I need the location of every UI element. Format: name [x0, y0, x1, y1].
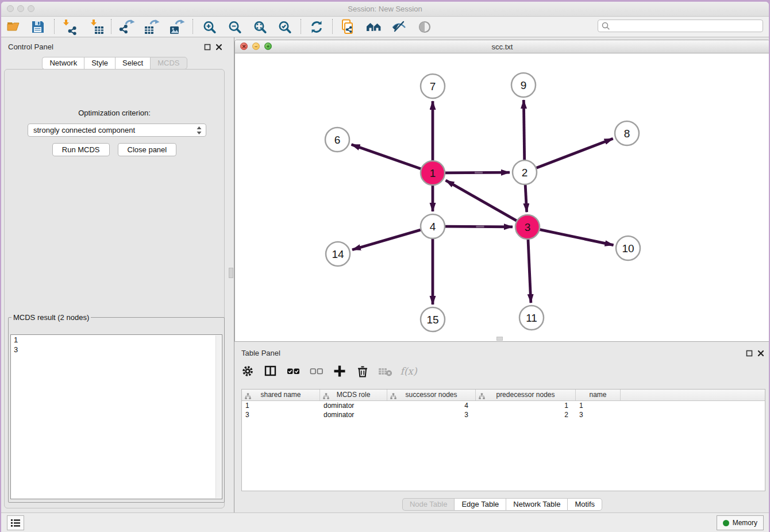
close-panel-button[interactable]: Close panel — [118, 143, 177, 156]
result-scrollbar[interactable] — [215, 336, 221, 498]
edge-2-8[interactable] — [537, 138, 613, 168]
table-cell[interactable]: 3 — [242, 410, 320, 419]
column-header-predecessor-nodes[interactable]: predecessor nodes — [476, 390, 576, 400]
zoom-fit-icon[interactable] — [250, 18, 270, 36]
table-cell[interactable]: dominator — [320, 401, 387, 410]
task-history-button[interactable] — [7, 515, 24, 530]
zoom-selected-icon[interactable] — [275, 18, 294, 36]
home-networks-icon[interactable] — [364, 18, 384, 36]
zoom-out-icon[interactable] — [225, 18, 244, 36]
table-cell[interactable]: 1 — [242, 401, 320, 410]
toolbar-separator — [111, 19, 111, 34]
zoom-in-icon[interactable] — [199, 18, 219, 36]
toolbar-separator — [301, 19, 301, 34]
search-input[interactable] — [598, 20, 763, 32]
graph-node-14[interactable]: 14 — [326, 242, 350, 266]
import-table-icon[interactable] — [87, 18, 106, 36]
memory-status-icon — [723, 520, 729, 526]
sort-tree-icon — [479, 392, 485, 402]
graph-node-4[interactable]: 4 — [421, 214, 445, 238]
import-network-icon[interactable] — [59, 18, 79, 36]
table-cell[interactable]: 1 — [576, 401, 621, 410]
edge-1-6[interactable] — [352, 145, 421, 169]
add-row-icon[interactable] — [332, 364, 347, 379]
optimization-select[interactable]: strongly connected component — [28, 124, 206, 137]
column-header-name[interactable]: name — [576, 390, 621, 400]
window-title: Session: New Session — [1, 5, 769, 13]
table-cell[interactable]: 4 — [387, 401, 476, 410]
function-builder-icon[interactable]: f(x) — [401, 364, 416, 379]
show-columns-icon[interactable] — [263, 364, 278, 379]
table-cell[interactable]: 2 — [476, 410, 576, 419]
graph-node-8[interactable]: 8 — [615, 121, 639, 145]
run-mcds-button[interactable]: Run MCDS — [52, 143, 110, 156]
edge-3-1[interactable] — [446, 180, 517, 221]
hide-graphics-icon[interactable] — [415, 18, 434, 36]
table-cell[interactable]: 3 — [576, 410, 621, 419]
export-network-icon[interactable] — [117, 18, 137, 36]
close-panel-icon[interactable] — [215, 43, 222, 53]
show-style-icon[interactable] — [389, 18, 409, 36]
edge-4-14[interactable] — [352, 230, 421, 250]
svg-text:15: 15 — [426, 314, 438, 326]
float-panel-icon[interactable] — [204, 43, 211, 53]
tab-network-table[interactable]: Network Table — [506, 498, 567, 511]
edge-2-9[interactable] — [523, 100, 524, 160]
delete-row-icon[interactable] — [355, 364, 370, 379]
memory-label: Memory — [733, 519, 757, 527]
tab-style[interactable]: Style — [84, 57, 115, 70]
mcds-result-textarea[interactable]: 13 — [10, 334, 222, 499]
edge-3-11[interactable] — [528, 240, 531, 303]
save-session-icon[interactable] — [28, 18, 48, 36]
tab-select[interactable]: Select — [115, 57, 150, 70]
graph-node-7[interactable]: 7 — [421, 74, 445, 98]
graph-node-2[interactable]: 2 — [513, 160, 537, 184]
column-header-MCDS-role[interactable]: MCDS role — [320, 390, 387, 400]
export-table-icon[interactable] — [142, 18, 161, 36]
float-panel-icon[interactable] — [746, 349, 753, 359]
delete-table-icon[interactable] — [378, 364, 393, 379]
open-file-icon[interactable] — [4, 18, 24, 36]
network-view-window: ✕ − + scc.txt 7968124314101511 — [234, 40, 769, 342]
svg-text:11: 11 — [526, 312, 537, 324]
graph-node-15[interactable]: 15 — [421, 307, 445, 331]
settings-gear-icon[interactable] — [240, 364, 255, 379]
graph-node-11[interactable]: 11 — [519, 306, 544, 330]
column-header-successor-nodes[interactable]: successor nodes — [387, 390, 476, 400]
sort-tree-icon — [245, 392, 251, 402]
duplicate-network-icon[interactable] — [338, 18, 358, 36]
network-window-title: scc.txt — [235, 43, 769, 51]
graph-node-1[interactable]: 1 — [421, 161, 445, 185]
splitter-handle[interactable] — [229, 268, 233, 278]
graph-node-9[interactable]: 9 — [511, 73, 536, 97]
table-row[interactable]: 3dominator323 — [242, 410, 765, 419]
memory-button[interactable]: Memory — [717, 515, 764, 530]
tab-mcds[interactable]: MCDS — [150, 57, 187, 70]
tab-edge-table[interactable]: Edge Table — [454, 498, 506, 511]
tab-network[interactable]: Network — [42, 57, 84, 70]
column-header-shared-name[interactable]: shared name — [242, 390, 320, 400]
edge-3-10[interactable] — [540, 230, 614, 245]
select-all-icon[interactable] — [286, 364, 301, 379]
deselect-all-icon[interactable] — [309, 364, 324, 379]
tab-motifs[interactable]: Motifs — [567, 498, 602, 511]
network-canvas[interactable]: 7968124314101511 — [235, 53, 769, 341]
graph-node-6[interactable]: 6 — [325, 128, 349, 152]
refresh-icon[interactable] — [307, 18, 326, 36]
table-cell[interactable]: 3 — [387, 410, 476, 419]
optimization-criterion-label: Optimization criterion: — [5, 109, 224, 117]
edge-2-3[interactable] — [525, 185, 526, 212]
graph-node-10[interactable]: 10 — [616, 236, 640, 260]
graph-node-3[interactable]: 3 — [515, 215, 540, 239]
network-window-titlebar[interactable]: ✕ − + scc.txt — [235, 40, 769, 53]
table-row[interactable]: 1dominator411 — [242, 401, 765, 410]
table-cell[interactable]: dominator — [320, 410, 387, 419]
close-panel-icon[interactable] — [757, 349, 764, 359]
svg-text:14: 14 — [332, 248, 344, 260]
export-image-icon[interactable] — [167, 18, 187, 36]
mcds-result-item: 3 — [11, 345, 222, 354]
tab-node-table[interactable]: Node Table — [402, 498, 455, 511]
splitter-handle[interactable] — [496, 337, 503, 341]
table-cell[interactable]: 1 — [476, 401, 576, 410]
sort-tree-icon — [390, 392, 396, 402]
